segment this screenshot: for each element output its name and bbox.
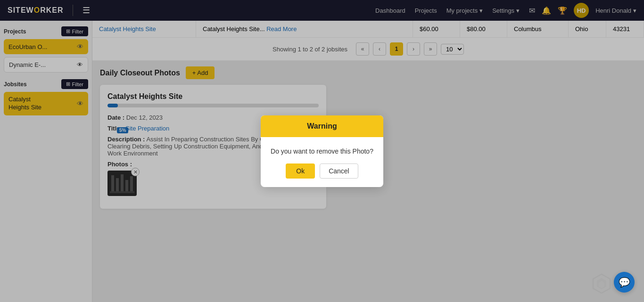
modal-cancel-button[interactable]: Cancel — [320, 163, 358, 179]
chat-icon: 💬 — [619, 277, 630, 288]
modal-header: Warning — [261, 115, 383, 137]
modal-ok-button[interactable]: Ok — [286, 163, 315, 179]
modal-overlay: Warning Do you want to remove this Photo… — [0, 0, 644, 302]
modal-footer: Ok Cancel — [261, 163, 383, 187]
modal-body: Do you want to remove this Photo? — [261, 137, 383, 163]
warning-modal: Warning Do you want to remove this Photo… — [261, 115, 383, 187]
chat-bubble[interactable]: 💬 — [614, 272, 635, 293]
